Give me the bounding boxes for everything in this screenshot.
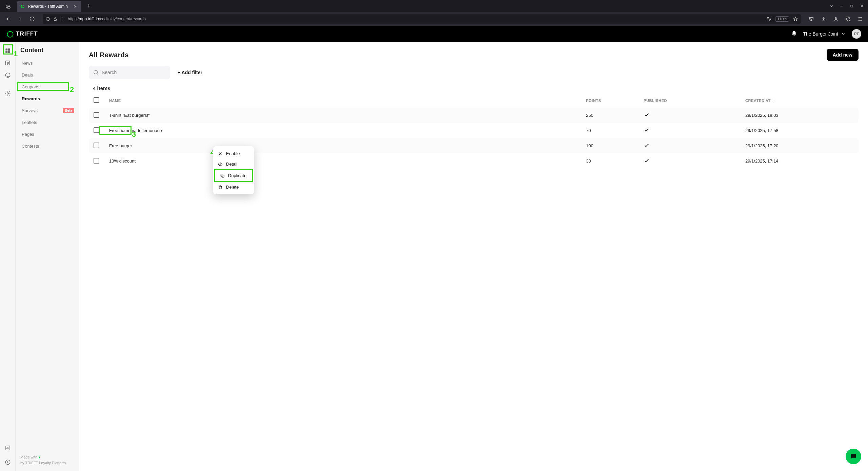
rail-customers-icon[interactable] xyxy=(2,70,13,81)
col-points[interactable]: POINTS xyxy=(586,99,644,103)
browser-titlebar: Rewards - Trifft Admin + xyxy=(0,0,868,12)
table-row[interactable]: 10% discount 30 29/1/2025, 17:14 xyxy=(89,153,859,169)
ctx-item-label: Delete xyxy=(226,185,239,190)
page-title: All Rewards xyxy=(89,51,129,59)
add-filter-button[interactable]: + Add filter xyxy=(178,70,202,75)
cell-name: 10% discount xyxy=(109,158,586,164)
window-maximize-icon[interactable] xyxy=(849,3,854,9)
window-close-icon[interactable] xyxy=(859,3,865,9)
rail-analytics-icon[interactable] xyxy=(2,443,13,453)
ctx-delete[interactable]: Delete xyxy=(213,182,254,192)
sidebar-item-leaflets[interactable]: Leaflets xyxy=(16,116,79,128)
ctx-duplicate[interactable]: Duplicate xyxy=(214,169,253,182)
rail-collapse-icon[interactable] xyxy=(2,457,13,468)
svg-point-5 xyxy=(835,17,836,19)
url-bar[interactable]: https://app.trifft.io/cacitokiy/content/… xyxy=(43,14,801,24)
trash-icon xyxy=(218,185,223,190)
row-checkbox[interactable] xyxy=(94,143,99,148)
sidebar-item-label: Coupons xyxy=(22,84,39,89)
table-row[interactable]: Free homemade lemonade 70 29/1/2025, 17:… xyxy=(89,123,859,138)
svg-point-12 xyxy=(7,93,8,94)
sidebar-item-coupons[interactable]: Coupons xyxy=(16,81,79,93)
rail-content-icon[interactable] xyxy=(2,58,13,68)
sidebar-item-deals[interactable]: Deals xyxy=(16,69,79,81)
new-tab-button[interactable]: + xyxy=(83,1,94,12)
svg-point-2 xyxy=(21,5,24,8)
cell-created: 29/1/2025, 17:20 xyxy=(745,143,854,148)
brand-logo[interactable]: ◯ TRIFFT xyxy=(7,30,38,38)
account-icon[interactable] xyxy=(831,14,841,24)
sidebar-footer: Made with ♥ by TRIFFT Loyalty Platform xyxy=(16,451,79,471)
rail-dashboard-icon[interactable] xyxy=(2,45,13,56)
cell-name: Free homemade lemonade xyxy=(109,128,586,133)
downloads-icon[interactable] xyxy=(819,14,829,24)
svg-rect-1 xyxy=(7,6,10,8)
translate-icon[interactable] xyxy=(766,16,772,22)
svg-point-14 xyxy=(5,460,10,465)
cell-created: 29/1/2025, 17:58 xyxy=(745,128,854,133)
row-checkbox[interactable] xyxy=(94,112,99,118)
cell-published xyxy=(644,142,745,149)
svg-point-16 xyxy=(220,164,221,165)
sidebar-item-label: Leaflets xyxy=(22,120,37,125)
nav-back-button[interactable] xyxy=(3,14,13,24)
browser-tabs: Rewards - Trifft Admin + xyxy=(16,0,94,12)
sidebar-item-rewards[interactable]: Rewards xyxy=(16,93,79,105)
bookmark-star-icon[interactable] xyxy=(793,16,798,22)
cell-created: 29/1/2025, 17:14 xyxy=(745,158,854,164)
sidebar-item-label: Pages xyxy=(22,132,34,137)
select-all-checkbox[interactable] xyxy=(94,97,99,103)
nav-reload-button[interactable] xyxy=(27,14,37,24)
row-checkbox[interactable] xyxy=(94,127,99,133)
row-checkbox[interactable] xyxy=(94,158,99,164)
tab-close-icon[interactable] xyxy=(73,4,78,9)
firefox-view-button[interactable] xyxy=(2,2,14,12)
add-new-button[interactable]: Add new xyxy=(827,49,859,61)
sidebar-item-pages[interactable]: Pages xyxy=(16,128,79,140)
sidebar-item-surveys[interactable]: SurveysBeta xyxy=(16,105,79,116)
permissions-icon xyxy=(60,17,65,21)
tab-title: Rewards - Trifft Admin xyxy=(28,4,68,9)
notifications-bell-icon[interactable] xyxy=(791,30,797,38)
menu-icon[interactable] xyxy=(855,14,865,24)
ctx-enable[interactable]: Enable xyxy=(213,148,254,159)
sidebar-item-contests[interactable]: Contests xyxy=(16,140,79,152)
tab-favicon xyxy=(20,4,25,9)
tabs-dropdown-icon[interactable] xyxy=(829,3,834,9)
zoom-level[interactable]: 110% xyxy=(775,16,789,22)
table-row[interactable]: Free burger 100 29/1/2025, 17:20 xyxy=(89,138,859,153)
check-icon xyxy=(644,127,650,133)
close-icon xyxy=(218,151,223,156)
col-name[interactable]: NAME xyxy=(109,99,586,103)
window-minimize-icon[interactable] xyxy=(839,3,844,9)
svg-rect-7 xyxy=(8,48,10,50)
search-field-wrap[interactable] xyxy=(89,66,170,79)
pocket-icon[interactable] xyxy=(806,14,816,24)
cell-published xyxy=(644,157,745,165)
search-input[interactable] xyxy=(102,70,166,75)
sidebar-item-news[interactable]: News xyxy=(16,57,79,69)
row-count: 4 items xyxy=(93,85,859,91)
row-context-menu: Enable Detail Duplicate Delete xyxy=(213,146,254,194)
ctx-detail[interactable]: Detail xyxy=(213,159,254,169)
svg-point-15 xyxy=(94,70,98,74)
intercom-launcher[interactable] xyxy=(846,449,861,464)
table-row[interactable]: T-shirt "Eat burgers!" 250 29/1/2025, 18… xyxy=(89,108,859,123)
col-created[interactable]: CREATED AT↓ xyxy=(745,99,854,103)
nav-forward-button[interactable] xyxy=(15,14,25,24)
avatar[interactable]: PT xyxy=(852,29,861,39)
rewards-table: NAME POINTS PUBLISHED CREATED AT↓ T-shir… xyxy=(89,93,859,169)
extensions-icon[interactable] xyxy=(843,14,853,24)
browser-tab-active[interactable]: Rewards - Trifft Admin xyxy=(17,1,81,12)
cell-points: 250 xyxy=(586,113,644,118)
beta-badge: Beta xyxy=(63,108,74,113)
rail-settings-icon[interactable] xyxy=(2,88,13,99)
org-switcher[interactable]: The Burger Joint xyxy=(803,31,846,37)
chat-icon xyxy=(850,453,857,460)
col-published[interactable]: PUBLISHED xyxy=(644,99,745,103)
cell-points: 70 xyxy=(586,128,644,133)
cell-points: 100 xyxy=(586,143,644,148)
cell-name: T-shirt "Eat burgers!" xyxy=(109,113,586,118)
ctx-item-label: Duplicate xyxy=(228,173,246,178)
sort-desc-icon: ↓ xyxy=(772,99,774,103)
